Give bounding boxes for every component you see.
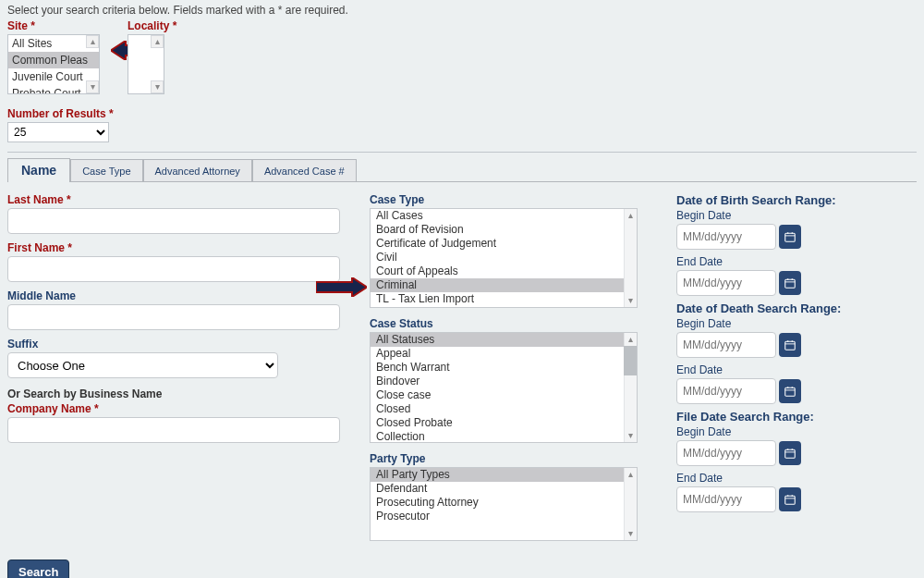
- case-status-option[interactable]: Close case: [371, 388, 637, 402]
- file-begin-input[interactable]: [676, 440, 776, 466]
- svg-rect-14: [785, 387, 796, 396]
- case-type-option[interactable]: TL - Tax Lien Import: [371, 292, 637, 306]
- locality-listbox[interactable]: ▴ ▾: [128, 34, 164, 94]
- case-status-option[interactable]: Bench Warrant: [371, 361, 637, 375]
- party-type-option[interactable]: Prosecuting Attorney: [371, 496, 637, 510]
- last-name-label: Last Name *: [7, 193, 340, 206]
- instruction-text: Select your search criteria below. Field…: [7, 4, 917, 17]
- svg-marker-1: [316, 277, 367, 297]
- case-type-option[interactable]: Criminal: [371, 278, 637, 292]
- dob-end-input[interactable]: [676, 270, 776, 296]
- last-name-input[interactable]: [7, 208, 340, 234]
- scroll-down-icon[interactable]: ▾: [625, 429, 637, 442]
- dod-range-title: Date of Death Search Range:: [676, 301, 884, 315]
- file-range-title: File Date Search Range:: [676, 410, 884, 424]
- dod-begin-label: Begin Date: [676, 317, 884, 330]
- dod-end-input[interactable]: [676, 378, 776, 404]
- scroll-thumb[interactable]: [624, 346, 637, 375]
- scroll-up-icon[interactable]: ▴: [625, 333, 637, 346]
- file-end-label: End Date: [676, 472, 884, 485]
- case-type-listbox[interactable]: All Cases Board of Revision Certificate …: [370, 208, 638, 308]
- case-type-option[interactable]: Certificate of Judgement: [371, 237, 637, 251]
- case-type-option[interactable]: Civil: [371, 251, 637, 264]
- svg-rect-2: [785, 233, 796, 241]
- case-status-scrollbar[interactable]: ▴ ▾: [624, 333, 637, 442]
- case-type-label: Case Type: [370, 193, 647, 206]
- case-type-option[interactable]: Board of Revision: [371, 223, 637, 237]
- svg-rect-18: [785, 449, 796, 458]
- calendar-icon[interactable]: [779, 333, 801, 357]
- case-status-option[interactable]: Closed Probate: [371, 416, 637, 430]
- party-type-label: Party Type: [370, 452, 647, 465]
- calendar-icon[interactable]: [779, 441, 801, 465]
- num-results-label: Number of Results *: [7, 107, 917, 120]
- locality-scroll-up-icon[interactable]: ▴: [151, 35, 164, 48]
- party-type-option[interactable]: Defendant: [371, 482, 637, 496]
- suffix-select[interactable]: Choose One: [7, 352, 278, 378]
- calendar-icon[interactable]: [779, 225, 801, 249]
- site-option[interactable]: Common Pleas: [8, 52, 99, 68]
- party-type-listbox[interactable]: All Party Types Defendant Prosecuting At…: [370, 467, 638, 541]
- site-scroll-down-icon[interactable]: ▾: [86, 80, 99, 93]
- first-name-input[interactable]: [7, 256, 340, 282]
- annotation-arrow-icon: [316, 277, 367, 297]
- dob-end-label: End Date: [676, 255, 884, 268]
- case-type-option[interactable]: All Cases: [371, 209, 637, 223]
- company-name-label: Company Name *: [7, 402, 340, 415]
- party-type-option[interactable]: All Party Types: [371, 468, 637, 482]
- first-name-label: First Name *: [7, 241, 340, 254]
- svg-rect-22: [785, 496, 796, 504]
- tab-advanced-attorney[interactable]: Advanced Attorney: [143, 159, 252, 182]
- case-status-listbox[interactable]: All Statuses Appeal Bench Warrant Bindov…: [370, 332, 638, 443]
- tab-case-type[interactable]: Case Type: [70, 159, 142, 182]
- dob-begin-input[interactable]: [676, 224, 776, 250]
- file-end-input[interactable]: [676, 486, 776, 512]
- dob-range-title: Date of Birth Search Range:: [676, 193, 884, 207]
- locality-label: Locality *: [128, 19, 176, 32]
- site-scroll-up-icon[interactable]: ▴: [86, 35, 99, 48]
- party-type-scrollbar[interactable]: ▴ ▾: [624, 468, 637, 540]
- suffix-label: Suffix: [7, 338, 340, 350]
- party-type-option[interactable]: Prosecutor: [371, 510, 637, 523]
- case-status-option[interactable]: Appeal: [371, 347, 637, 361]
- scroll-down-icon[interactable]: ▾: [625, 294, 637, 307]
- tab-advanced-case-num[interactable]: Advanced Case #: [252, 159, 357, 182]
- num-results-select[interactable]: 25: [7, 122, 109, 142]
- site-listbox[interactable]: ▴ All Sites Common Pleas Juvenile Court …: [7, 34, 100, 94]
- case-status-option[interactable]: Collection: [371, 430, 637, 442]
- svg-rect-10: [785, 341, 796, 350]
- middle-name-input[interactable]: [7, 304, 340, 330]
- search-button[interactable]: Search: [7, 560, 69, 578]
- separator: [7, 152, 917, 153]
- calendar-icon[interactable]: [779, 271, 801, 295]
- case-status-option[interactable]: Closed: [371, 402, 637, 416]
- site-label: Site *: [7, 19, 100, 32]
- case-type-option[interactable]: Court of Appeals: [371, 264, 637, 278]
- locality-scroll-down-icon[interactable]: ▾: [151, 80, 164, 93]
- scroll-up-icon[interactable]: ▴: [625, 468, 637, 481]
- svg-rect-6: [785, 279, 796, 288]
- case-type-scrollbar[interactable]: ▴ ▾: [624, 209, 637, 307]
- middle-name-label: Middle Name: [7, 289, 340, 302]
- calendar-icon[interactable]: [779, 487, 801, 511]
- tab-name[interactable]: Name: [7, 158, 70, 182]
- dod-begin-input[interactable]: [676, 332, 776, 358]
- tabs: Name Case Type Advanced Attorney Advance…: [7, 158, 917, 182]
- company-name-input[interactable]: [7, 417, 340, 443]
- scroll-up-icon[interactable]: ▴: [625, 209, 637, 222]
- dob-begin-label: Begin Date: [676, 209, 884, 222]
- dod-end-label: End Date: [676, 363, 884, 376]
- scroll-down-icon[interactable]: ▾: [625, 527, 637, 540]
- case-status-label: Case Status: [370, 317, 647, 330]
- or-search-by-business-label: Or Search by Business Name: [7, 387, 340, 400]
- case-status-option[interactable]: Bindover: [371, 375, 637, 388]
- calendar-icon[interactable]: [779, 379, 801, 403]
- case-status-option[interactable]: All Statuses: [371, 333, 637, 347]
- file-begin-label: Begin Date: [676, 425, 884, 438]
